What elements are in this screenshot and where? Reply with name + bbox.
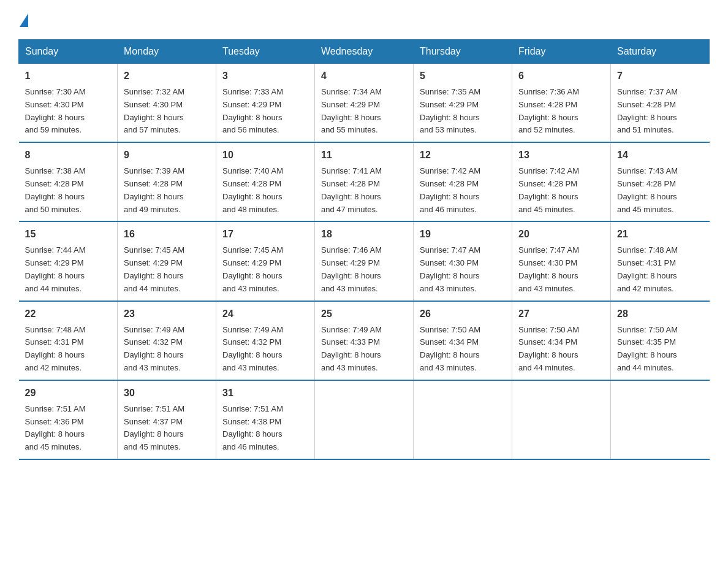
day-info: Sunrise: 7:51 AMSunset: 4:37 PMDaylight:…	[124, 403, 210, 454]
header-wednesday: Wednesday	[315, 40, 414, 64]
week-row-4: 22Sunrise: 7:48 AMSunset: 4:31 PMDayligh…	[19, 301, 710, 380]
day-info: Sunrise: 7:43 AMSunset: 4:28 PMDaylight:…	[617, 165, 703, 216]
day-cell: 22Sunrise: 7:48 AMSunset: 4:31 PMDayligh…	[19, 301, 118, 380]
day-info: Sunrise: 7:49 AMSunset: 4:32 PMDaylight:…	[222, 324, 308, 375]
header-monday: Monday	[118, 40, 216, 64]
day-info: Sunrise: 7:50 AMSunset: 4:35 PMDaylight:…	[617, 324, 703, 375]
day-info: Sunrise: 7:37 AMSunset: 4:28 PMDaylight:…	[617, 86, 703, 137]
day-cell: 31Sunrise: 7:51 AMSunset: 4:38 PMDayligh…	[216, 380, 315, 459]
day-number: 14	[617, 148, 703, 163]
week-row-1: 1Sunrise: 7:30 AMSunset: 4:30 PMDaylight…	[19, 64, 710, 143]
day-number: 1	[25, 69, 112, 83]
day-cell: 29Sunrise: 7:51 AMSunset: 4:36 PMDayligh…	[19, 380, 118, 459]
day-number: 21	[617, 227, 703, 242]
day-cell: 23Sunrise: 7:49 AMSunset: 4:32 PMDayligh…	[118, 301, 216, 380]
day-number: 5	[420, 69, 506, 83]
day-info: Sunrise: 7:30 AMSunset: 4:30 PMDaylight:…	[25, 86, 112, 137]
day-info: Sunrise: 7:32 AMSunset: 4:30 PMDaylight:…	[124, 86, 210, 137]
day-info: Sunrise: 7:41 AMSunset: 4:28 PMDaylight:…	[321, 165, 407, 216]
day-info: Sunrise: 7:40 AMSunset: 4:28 PMDaylight:…	[222, 165, 308, 216]
day-number: 26	[420, 307, 506, 321]
day-number: 7	[617, 69, 703, 83]
day-cell	[512, 380, 611, 459]
day-info: Sunrise: 7:44 AMSunset: 4:29 PMDaylight:…	[25, 244, 112, 295]
day-info: Sunrise: 7:33 AMSunset: 4:29 PMDaylight:…	[222, 86, 308, 137]
day-number: 6	[518, 69, 604, 83]
day-number: 3	[222, 69, 308, 83]
day-number: 22	[25, 307, 112, 321]
day-number: 24	[222, 307, 308, 321]
day-cell: 2Sunrise: 7:32 AMSunset: 4:30 PMDaylight…	[118, 64, 216, 143]
day-info: Sunrise: 7:42 AMSunset: 4:28 PMDaylight:…	[518, 165, 604, 216]
day-info: Sunrise: 7:45 AMSunset: 4:29 PMDaylight:…	[222, 244, 308, 295]
day-info: Sunrise: 7:39 AMSunset: 4:28 PMDaylight:…	[124, 165, 210, 216]
header-thursday: Thursday	[414, 40, 512, 64]
day-info: Sunrise: 7:51 AMSunset: 4:36 PMDaylight:…	[25, 403, 112, 454]
day-cell: 4Sunrise: 7:34 AMSunset: 4:29 PMDaylight…	[315, 64, 414, 143]
day-info: Sunrise: 7:42 AMSunset: 4:28 PMDaylight:…	[420, 165, 506, 216]
day-info: Sunrise: 7:48 AMSunset: 4:31 PMDaylight:…	[25, 324, 112, 375]
page-header	[18, 12, 710, 27]
logo-triangle-icon	[20, 13, 28, 27]
logo	[18, 12, 29, 27]
day-cell: 26Sunrise: 7:50 AMSunset: 4:34 PMDayligh…	[414, 301, 512, 380]
day-cell: 13Sunrise: 7:42 AMSunset: 4:28 PMDayligh…	[512, 142, 611, 221]
day-info: Sunrise: 7:34 AMSunset: 4:29 PMDaylight:…	[321, 86, 407, 137]
day-info: Sunrise: 7:38 AMSunset: 4:28 PMDaylight:…	[25, 165, 112, 216]
day-cell	[315, 380, 414, 459]
day-number: 23	[124, 307, 210, 321]
day-cell: 8Sunrise: 7:38 AMSunset: 4:28 PMDaylight…	[19, 142, 118, 221]
day-info: Sunrise: 7:35 AMSunset: 4:29 PMDaylight:…	[420, 86, 506, 137]
day-number: 11	[321, 148, 407, 163]
day-number: 13	[518, 148, 604, 163]
day-number: 31	[222, 386, 308, 400]
day-cell: 3Sunrise: 7:33 AMSunset: 4:29 PMDaylight…	[216, 64, 315, 143]
day-number: 20	[518, 227, 604, 242]
logo-blue-part	[18, 12, 29, 27]
day-cell: 5Sunrise: 7:35 AMSunset: 4:29 PMDaylight…	[414, 64, 512, 143]
day-cell: 15Sunrise: 7:44 AMSunset: 4:29 PMDayligh…	[19, 221, 118, 301]
day-info: Sunrise: 7:49 AMSunset: 4:33 PMDaylight:…	[321, 324, 407, 375]
header-friday: Friday	[512, 40, 611, 64]
day-cell: 1Sunrise: 7:30 AMSunset: 4:30 PMDaylight…	[19, 64, 118, 143]
day-cell: 24Sunrise: 7:49 AMSunset: 4:32 PMDayligh…	[216, 301, 315, 380]
day-number: 25	[321, 307, 407, 321]
day-cell: 30Sunrise: 7:51 AMSunset: 4:37 PMDayligh…	[118, 380, 216, 459]
day-cell: 21Sunrise: 7:48 AMSunset: 4:31 PMDayligh…	[611, 221, 710, 301]
day-number: 19	[420, 227, 506, 242]
day-info: Sunrise: 7:45 AMSunset: 4:29 PMDaylight:…	[124, 244, 210, 295]
day-cell: 20Sunrise: 7:47 AMSunset: 4:30 PMDayligh…	[512, 221, 611, 301]
day-cell: 28Sunrise: 7:50 AMSunset: 4:35 PMDayligh…	[611, 301, 710, 380]
day-info: Sunrise: 7:46 AMSunset: 4:29 PMDaylight:…	[321, 244, 407, 295]
day-number: 10	[222, 148, 308, 163]
day-number: 18	[321, 227, 407, 242]
day-number: 15	[25, 227, 112, 242]
day-cell	[611, 380, 710, 459]
day-cell: 27Sunrise: 7:50 AMSunset: 4:34 PMDayligh…	[512, 301, 611, 380]
day-number: 28	[617, 307, 703, 321]
day-cell	[414, 380, 512, 459]
calendar-table: SundayMondayTuesdayWednesdayThursdayFrid…	[18, 39, 710, 460]
week-row-2: 8Sunrise: 7:38 AMSunset: 4:28 PMDaylight…	[19, 142, 710, 221]
day-number: 17	[222, 227, 308, 242]
day-cell: 18Sunrise: 7:46 AMSunset: 4:29 PMDayligh…	[315, 221, 414, 301]
day-number: 27	[518, 307, 604, 321]
day-number: 9	[124, 148, 210, 163]
day-cell: 10Sunrise: 7:40 AMSunset: 4:28 PMDayligh…	[216, 142, 315, 221]
day-info: Sunrise: 7:49 AMSunset: 4:32 PMDaylight:…	[124, 324, 210, 375]
day-cell: 7Sunrise: 7:37 AMSunset: 4:28 PMDaylight…	[611, 64, 710, 143]
week-row-3: 15Sunrise: 7:44 AMSunset: 4:29 PMDayligh…	[19, 221, 710, 301]
day-number: 30	[124, 386, 210, 400]
day-cell: 14Sunrise: 7:43 AMSunset: 4:28 PMDayligh…	[611, 142, 710, 221]
day-number: 8	[25, 148, 112, 163]
day-number: 12	[420, 148, 506, 163]
day-cell: 9Sunrise: 7:39 AMSunset: 4:28 PMDaylight…	[118, 142, 216, 221]
day-info: Sunrise: 7:36 AMSunset: 4:28 PMDaylight:…	[518, 86, 604, 137]
day-info: Sunrise: 7:51 AMSunset: 4:38 PMDaylight:…	[222, 403, 308, 454]
day-cell: 11Sunrise: 7:41 AMSunset: 4:28 PMDayligh…	[315, 142, 414, 221]
header-sunday: Sunday	[19, 40, 118, 64]
header-tuesday: Tuesday	[216, 40, 315, 64]
day-number: 16	[124, 227, 210, 242]
day-info: Sunrise: 7:48 AMSunset: 4:31 PMDaylight:…	[617, 244, 703, 295]
calendar-header-row: SundayMondayTuesdayWednesdayThursdayFrid…	[19, 40, 710, 64]
